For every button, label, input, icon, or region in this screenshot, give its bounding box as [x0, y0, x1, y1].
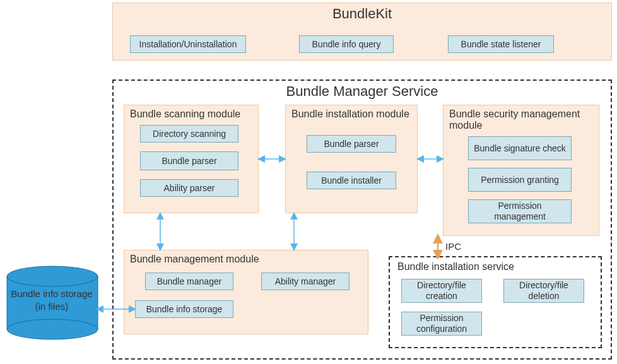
scanning-item-parser: Bundle parser [140, 151, 238, 170]
install-service-title: Bundle installation service [397, 261, 514, 273]
svg-point-4 [7, 319, 98, 339]
management-item-storage: Bundle info storage [135, 300, 233, 318]
installation-item-parser: Bundle parser [307, 135, 396, 153]
bundlekit-item-listener: Bundle state listener [448, 35, 554, 53]
install-service-item-delete: Directory/file deletion [503, 279, 584, 303]
management-title: Bundle management module [130, 254, 259, 265]
installation-module [285, 105, 418, 213]
bundlekit-item-install: Installation/Uninstallation [130, 35, 246, 53]
bundlekit-item-query: Bundle info query [299, 35, 394, 53]
scanning-item-ability: Ability parser [140, 179, 238, 197]
scanning-item-dir: Directory scanning [140, 125, 238, 143]
install-service-item-perm: Permission configuration [401, 312, 482, 336]
security-item-grant: Permission granting [468, 168, 572, 192]
installation-item-installer: Bundle installer [307, 172, 396, 189]
installation-title: Bundle installation module [291, 109, 409, 120]
bundlekit-title: BundleKit [113, 3, 611, 22]
security-title-text: Bundle security management module [449, 109, 580, 131]
storage-label: Bundle info storage (in files) [8, 288, 96, 312]
service-title: Bundle Manager Service [112, 83, 612, 100]
ipc-label: IPC [445, 241, 461, 252]
security-item-manage: Permission management [468, 199, 572, 223]
scanning-title: Bundle scanning module [130, 109, 240, 120]
management-item-abilitymgr: Ability manager [261, 273, 350, 290]
security-title: Bundle security management module [449, 109, 594, 131]
management-item-bundlemgr: Bundle manager [145, 273, 233, 290]
install-service-item-create: Directory/file creation [401, 279, 482, 303]
security-item-sig: Bundle signature check [468, 136, 572, 160]
